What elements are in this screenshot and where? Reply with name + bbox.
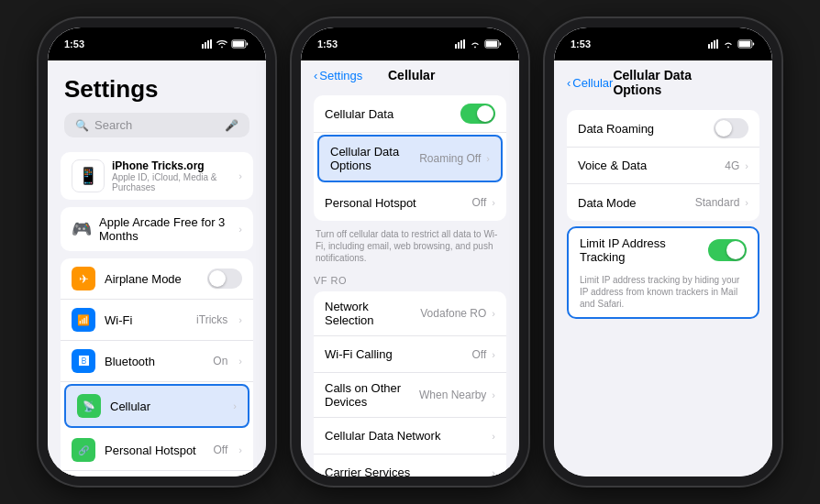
nav-back-2[interactable]: ‹ Settings — [314, 69, 362, 82]
phones-container: 1:53 Settings 🔍 Search 🎤 — [20, 0, 800, 504]
bluetooth-icon: 🅱 — [72, 349, 95, 373]
back-label-3: Cellular — [572, 76, 613, 90]
wifi-label: Wi-Fi — [105, 313, 187, 327]
bluetooth-chevron: › — [238, 356, 242, 367]
airplane-toggle[interactable] — [207, 268, 242, 289]
back-chevron-2: ‹ — [314, 69, 317, 82]
nav-back-3[interactable]: ‹ Cellular — [567, 76, 613, 90]
cellular-data-row[interactable]: Cellular Data — [314, 95, 506, 133]
search-bar[interactable]: 🔍 Search 🎤 — [64, 113, 249, 137]
calls-other-chevron: › — [492, 389, 495, 400]
wifi-calling-value: Off — [472, 348, 487, 361]
bluetooth-row[interactable]: 🅱 Bluetooth On › — [61, 341, 253, 382]
time-2: 1:53 — [317, 38, 338, 49]
wifi-calling-label: Wi-Fi Calling — [325, 347, 467, 361]
status-icons-1 — [202, 39, 249, 49]
phone-cellular-options: 1:53 ‹ Cellular Cellular Data Options — [545, 18, 781, 486]
data-mode-value: Standard — [695, 196, 740, 209]
cellular-top-section: Cellular Data Cellular Data Options Roam… — [314, 95, 506, 221]
wifi-icon-1 — [216, 39, 227, 49]
limit-ip-row[interactable]: Limit IP Address Tracking — [569, 228, 758, 272]
limit-ip-section: Limit IP Address Tracking Limit IP addre… — [567, 226, 759, 319]
cellular-row[interactable]: 📡 Cellular › — [64, 384, 249, 428]
network-selection-label: Network Selection — [325, 300, 415, 327]
airplane-mode-row[interactable]: ✈ Airplane Mode — [61, 258, 253, 300]
vpn-row[interactable]: VPN VPN Not Connected › — [61, 471, 253, 477]
signal-icon-2 — [455, 39, 466, 49]
limit-ip-desc: Limit IP address tracking by hiding your… — [569, 272, 758, 317]
cellular-data-network-label: Cellular Data Network — [325, 429, 486, 443]
personal-hotspot-row-1[interactable]: 🔗 Personal Hotspot Off › — [61, 430, 253, 471]
data-mode-chevron: › — [745, 197, 748, 208]
data-roaming-toggle[interactable] — [714, 118, 748, 138]
status-icons-3 — [708, 39, 756, 49]
svg-rect-1 — [205, 42, 206, 49]
settings-rows-1: ✈ Airplane Mode 📶 Wi-Fi iTricks › 🅱 — [61, 258, 253, 477]
network-selection-row[interactable]: Network Selection Vodafone RO › — [314, 291, 506, 336]
arcade-row[interactable]: 🎮 Apple Arcade Free for 3 Months › — [61, 207, 253, 251]
cellular-data-toggle[interactable] — [460, 104, 495, 124]
iphone-banner-section: 📱 iPhone Tricks.org Apple ID, iCloud, Me… — [61, 152, 253, 200]
voice-data-row[interactable]: Voice & Data 4G › — [567, 148, 759, 184]
wifi-value: iTricks — [196, 313, 227, 326]
iphone-name: iPhone Tricks.org — [112, 159, 229, 172]
settings-header: Settings 🔍 Search 🎤 — [48, 60, 266, 145]
phone-settings: 1:53 Settings 🔍 Search 🎤 — [39, 18, 275, 486]
iphone-text: iPhone Tricks.org Apple ID, iCloud, Medi… — [112, 159, 229, 192]
wifi-icon-2 — [470, 39, 481, 49]
cellular-data-network-row[interactable]: Cellular Data Network › — [314, 418, 506, 455]
svg-rect-15 — [716, 39, 718, 49]
calls-other-row[interactable]: Calls on Other Devices When Nearby › — [314, 373, 506, 418]
phone-cellular: 1:53 ‹ Settings Cellular — [292, 18, 528, 486]
data-roaming-label: Data Roaming — [578, 122, 708, 136]
carrier-services-chevron: › — [492, 467, 495, 477]
voice-data-chevron: › — [745, 160, 748, 171]
personal-hotspot-chevron-2: › — [492, 197, 495, 208]
cellular-data-options-label: Cellular Data Options — [330, 145, 414, 172]
phone-cellular-screen: 1:53 ‹ Settings Cellular — [301, 27, 519, 477]
calls-other-label: Calls on Other Devices — [325, 381, 414, 409]
options-nav-title: Cellular Data Options — [613, 68, 721, 97]
svg-rect-6 — [455, 44, 457, 49]
cellular-desc: Turn off cellular data to restrict all d… — [301, 226, 519, 269]
data-roaming-row[interactable]: Data Roaming — [567, 110, 759, 148]
wifi-row[interactable]: 📶 Wi-Fi iTricks › — [61, 300, 253, 341]
options-top-section: Data Roaming Voice & Data 4G › Data Mode… — [567, 110, 759, 221]
arcade-label: Apple Arcade Free for 3 Months — [99, 215, 229, 243]
personal-hotspot-label-2: Personal Hotspot — [325, 196, 467, 210]
cellular-content: ‹ Settings Cellular Cellular Data Cel — [301, 60, 519, 477]
wifi-calling-row[interactable]: Wi-Fi Calling Off › — [314, 336, 506, 373]
personal-hotspot-row-2[interactable]: Personal Hotspot Off › — [314, 184, 506, 221]
voice-data-value: 4G — [725, 159, 739, 172]
cellular-icon: 📡 — [77, 394, 101, 418]
status-bar-1: 1:53 — [48, 27, 266, 60]
airplane-icon: ✈ — [72, 267, 95, 290]
svg-rect-2 — [207, 40, 209, 49]
svg-rect-17 — [739, 41, 751, 48]
wifi-chevron: › — [238, 314, 242, 325]
bluetooth-value: On — [213, 355, 227, 367]
cellular-data-options-value: Roaming Off — [419, 152, 481, 165]
wifi-row-icon: 📶 — [72, 308, 95, 332]
data-mode-row[interactable]: Data Mode Standard › — [567, 184, 759, 221]
signal-icon-1 — [202, 39, 213, 49]
carrier-services-row[interactable]: Carrier Services › — [314, 455, 506, 477]
limit-ip-toggle[interactable] — [708, 239, 747, 261]
limit-ip-label: Limit IP Address Tracking — [580, 236, 703, 264]
battery-icon-3 — [737, 39, 756, 49]
battery-icon-2 — [484, 39, 503, 49]
iphone-sub: Apple ID, iCloud, Media & Purchases — [112, 172, 229, 192]
cellular-data-options-row[interactable]: Cellular Data Options Roaming Off › — [317, 135, 503, 182]
iphone-banner[interactable]: 📱 iPhone Tricks.org Apple ID, iCloud, Me… — [61, 152, 253, 200]
mic-icon: 🎤 — [225, 119, 238, 132]
cellular-data-options-chevron: › — [486, 153, 490, 164]
svg-rect-14 — [714, 40, 715, 49]
arcade-chevron: › — [238, 224, 242, 235]
hotspot-value-1: Off — [214, 444, 228, 456]
signal-icon-3 — [708, 39, 719, 49]
wifi-calling-chevron: › — [492, 349, 495, 360]
svg-rect-5 — [233, 41, 244, 48]
back-label-2: Settings — [319, 69, 362, 82]
battery-icon-1 — [231, 39, 249, 49]
status-icons-2 — [455, 39, 503, 49]
